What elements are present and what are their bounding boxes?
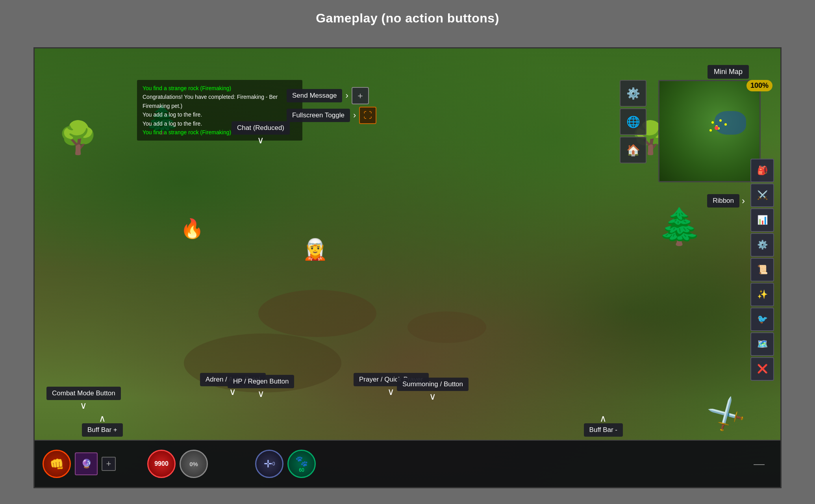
ribbon-magic-btn[interactable]: ✨ — [750, 283, 774, 306]
prayer-value-display: 0 — [272, 461, 275, 467]
fullscreen-label: Fullscreen Toggle — [287, 109, 350, 122]
top-right-icons-panel: ⚙️ 🌐 🏠 — [620, 80, 646, 163]
chat-line-5: You add a log to the fire. — [143, 119, 297, 128]
fullscreen-annotation: Fullscreen Toggle › ⛶ — [287, 107, 376, 124]
fullscreen-button[interactable]: ⛶ — [359, 107, 376, 124]
chat-line-3: Firemaking pet.) — [143, 102, 297, 110]
plus-slot-icon: + — [106, 459, 111, 469]
summoning-button[interactable]: 🐾 60 — [287, 450, 316, 478]
send-message-annotation: Send Message › ＋ — [287, 87, 369, 104]
percentage-badge: 100% — [746, 80, 772, 91]
settings-icon-button[interactable]: ⚙️ — [620, 80, 646, 107]
ribbon-quests-btn[interactable]: 📜 — [750, 258, 774, 282]
ribbon-inventory-btn[interactable]: 🎒 — [750, 159, 774, 182]
campfire: 🔥 — [180, 218, 204, 240]
summon-icon: 🐾 — [295, 455, 308, 467]
game-viewport: 🌳 🌲 🌳 🌲 🔥 🧝 ⚔️ You find a strange rock (… — [33, 47, 782, 488]
ribbon-map-btn[interactable]: 🗺️ — [750, 332, 774, 356]
ribbon-skills-btn[interactable]: 📊 — [750, 208, 774, 232]
summon-value-display: 60 — [299, 467, 304, 473]
ribbon-equipment-btn[interactable]: ⚔️ — [750, 183, 774, 207]
send-message-label: Send Message — [287, 89, 342, 102]
plus-icon: ＋ — [356, 90, 365, 102]
ribbon-settings-btn[interactable]: ⚙️ — [750, 233, 774, 257]
adrenaline-button[interactable]: 0% — [180, 450, 208, 478]
tree-bottom-right: 🌲 — [658, 206, 702, 247]
home-icon-button[interactable]: 🏠 — [620, 137, 646, 163]
buff-bar-minus-indicator: — — [754, 458, 765, 470]
tree-stump-left: 🌳 — [58, 119, 98, 156]
page-title: Gameplay (no action buttons) — [316, 11, 499, 26]
minimap-dot-5 — [724, 123, 727, 126]
ribbon-panel: 🎒 ⚔️ 📊 ⚙️ 📜 ✨ 🐦 🗺️ ❌ — [750, 159, 776, 381]
send-message-button[interactable]: ＋ — [352, 87, 369, 104]
bottom-action-bar: 👊 🔮 + 9900 0% ✛ 0 🐾 60 — — [35, 440, 780, 487]
combat-mode-button[interactable]: 👊 — [43, 450, 71, 478]
chat-line-1: You find a strange rock (Firemaking) — [143, 84, 297, 93]
prayer-icon: ✛ — [264, 458, 272, 470]
chat-line-2: Congratulations! You have completed: Fir… — [143, 93, 297, 101]
minimap-dot-3 — [709, 129, 712, 132]
mini-map[interactable] — [658, 80, 761, 182]
adrenaline-value: 0% — [189, 461, 198, 467]
skill-button[interactable]: 🔮 — [75, 452, 98, 475]
player-character: 🧝 — [302, 237, 328, 261]
minimap-dot-4 — [719, 119, 722, 122]
chat-line-4: You add a log to the fire. — [143, 110, 297, 119]
add-slot-button[interactable]: + — [102, 457, 116, 471]
hp-regen-button[interactable]: 9900 — [147, 450, 176, 478]
minimap-dot-1 — [711, 121, 714, 124]
fullscreen-icon: ⛶ — [363, 110, 372, 120]
arrow-right-2-icon: › — [353, 110, 356, 120]
minimap-water — [715, 111, 746, 135]
chat-line-6: You find a strange rock (Firemaking) — [143, 128, 297, 137]
globe-icon-button[interactable]: 🌐 — [620, 108, 646, 135]
mini-map-label: Mini Map — [708, 65, 749, 79]
ribbon-summoning-btn[interactable]: 🐦 — [750, 308, 774, 331]
prayer-button[interactable]: ✛ 0 — [255, 450, 283, 478]
hp-value-display: 9900 — [154, 460, 169, 467]
ribbon-close-btn[interactable]: ❌ — [750, 357, 774, 381]
minimap-player-dot — [715, 126, 719, 130]
arrow-right-icon: › — [345, 91, 348, 101]
chat-window: You find a strange rock (Firemaking) Con… — [137, 80, 302, 141]
